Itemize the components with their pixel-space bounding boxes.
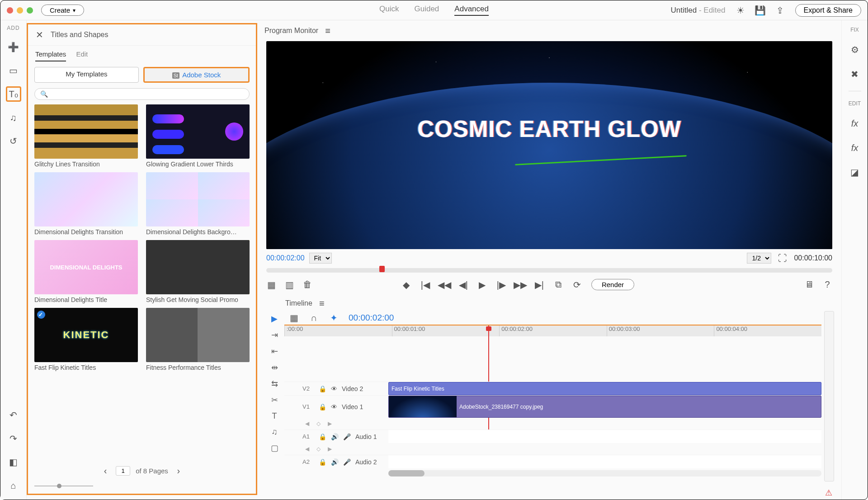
close-panel-icon[interactable]: ✕ — [34, 30, 44, 40]
render-button[interactable]: Render — [591, 279, 634, 290]
search-input[interactable] — [34, 88, 250, 100]
eye-icon[interactable]: 👁 — [331, 403, 337, 410]
add-keyframe-icon[interactable]: ◇ — [316, 420, 321, 427]
program-monitor-canvas[interactable]: COSMIC EARTH GLOW — [266, 41, 832, 249]
export-share-button[interactable]: Export & Share — [795, 4, 862, 17]
audio-tool-icon[interactable]: ♫ — [271, 427, 278, 437]
redo-icon[interactable]: ↷ — [6, 431, 21, 446]
safe-margins-icon[interactable]: ⛶ — [778, 253, 788, 263]
lock-icon[interactable]: 🔒 — [319, 458, 326, 466]
lock-icon[interactable]: 🔒 — [319, 385, 326, 392]
minimize-window-icon[interactable] — [17, 7, 23, 14]
rect-tool-icon[interactable]: ▢ — [271, 443, 278, 453]
capture-frame-icon[interactable]: ⧉ — [553, 280, 563, 290]
scrub-playhead-icon[interactable] — [379, 266, 385, 272]
template-card[interactable]: Glitchy Lines Transition — [34, 104, 138, 168]
snap-icon[interactable]: ▦ — [289, 313, 299, 323]
rewind-icon[interactable]: ◀◀ — [439, 280, 449, 290]
color-icon[interactable]: ◪ — [847, 165, 863, 180]
delete-icon[interactable]: 🗑 — [302, 280, 312, 290]
brightness-icon[interactable]: ☀ — [736, 5, 745, 15]
timeline-clip[interactable]: AdobeStock_238169477 copy.jpeg — [388, 396, 821, 418]
track-select-back-icon[interactable]: ⇤ — [271, 346, 278, 356]
type-tool-icon[interactable]: T — [272, 411, 277, 421]
warning-icon[interactable]: ⚠ — [825, 488, 832, 497]
step-fwd-icon[interactable]: |▶ — [496, 280, 506, 290]
insert-icon[interactable]: ▦ — [266, 280, 276, 290]
track-select-fwd-icon[interactable]: ⇥ — [271, 330, 278, 340]
eye-icon[interactable]: 👁 — [331, 385, 337, 392]
loop-icon[interactable]: ⟳ — [572, 280, 582, 290]
template-card[interactable]: Fitness Performance Titles — [146, 308, 250, 371]
go-end-icon[interactable]: ▶| — [534, 280, 544, 290]
next-keyframe-icon[interactable]: ▶ — [328, 446, 332, 452]
step-back-icon[interactable]: ◀| — [458, 280, 468, 290]
project-assets-icon[interactable]: ▭ — [6, 63, 21, 78]
selection-tool-icon[interactable]: ▶ — [271, 314, 278, 324]
template-card[interactable]: Glowing Gradient Lower Thirds — [146, 104, 250, 168]
linked-selection-icon[interactable]: ✦ — [329, 313, 339, 323]
template-card[interactable]: DIMENSIONAL DELIGHTSDimensional Delights… — [34, 240, 138, 303]
tab-edit[interactable]: Edit — [76, 50, 88, 61]
panel-menu-icon[interactable]: ≡ — [317, 298, 327, 308]
prev-keyframe-icon[interactable]: ◀ — [305, 420, 309, 427]
page-input[interactable] — [116, 466, 130, 476]
lock-icon[interactable]: 🔒 — [319, 403, 326, 410]
subtab-my-templates[interactable]: My Templates — [34, 67, 139, 83]
mode-quick[interactable]: Quick — [379, 5, 399, 16]
page-prev-icon[interactable]: ‹ — [100, 466, 110, 476]
timeline-hscroll[interactable] — [388, 470, 821, 476]
speaker-icon[interactable]: 🔊 — [331, 458, 339, 466]
overwrite-icon[interactable]: ▥ — [284, 280, 294, 290]
page-next-icon[interactable]: › — [174, 466, 184, 476]
titles-shapes-icon[interactable]: T₀ — [6, 86, 21, 102]
next-keyframe-icon[interactable]: ▶ — [328, 420, 332, 427]
timeline-timecode[interactable]: 00:00:02:00 — [349, 313, 394, 323]
template-card[interactable]: Dimensional Delights Backgro… — [146, 172, 250, 236]
mic-icon[interactable]: 🎤 — [343, 458, 351, 466]
fullscreen-window-icon[interactable] — [27, 7, 33, 14]
template-card[interactable]: Stylish Get Moving Social Promo — [146, 240, 250, 303]
play-icon[interactable]: ▶ — [477, 280, 487, 290]
subtab-adobe-stock[interactable]: StAdobe Stock — [143, 67, 250, 83]
share-icon[interactable]: ⇪ — [775, 5, 785, 15]
go-start-icon[interactable]: |◀ — [420, 280, 430, 290]
lock-icon[interactable]: 🔒 — [319, 433, 326, 440]
add-media-icon[interactable]: ➕ — [6, 39, 21, 55]
tab-templates[interactable]: Templates — [35, 50, 66, 61]
create-button[interactable]: Create ▾ — [41, 5, 84, 16]
save-icon[interactable]: 💾 — [755, 5, 765, 15]
history-icon[interactable]: ↺ — [6, 133, 21, 149]
magnet-icon[interactable]: ∩ — [309, 313, 319, 323]
mark-in-icon[interactable]: ◆ — [401, 280, 411, 290]
prev-keyframe-icon[interactable]: ◀ — [305, 446, 309, 452]
output-icon[interactable]: 🖥 — [804, 280, 814, 290]
fastfwd-icon[interactable]: ▶▶ — [515, 280, 525, 290]
rolling-edit-icon[interactable]: ⇆ — [271, 379, 278, 389]
home-icon[interactable]: ⌂ — [6, 478, 21, 493]
mode-advanced[interactable]: Advanced — [454, 5, 489, 16]
panel-menu-icon[interactable]: ≡ — [323, 26, 333, 36]
help-icon[interactable]: ? — [822, 280, 832, 290]
undo-icon[interactable]: ↶ — [6, 407, 21, 423]
template-card[interactable]: ✓KINETICFast Flip Kinetic Titles — [34, 308, 138, 371]
timeline-clip[interactable]: Fast Flip Kinetic Titles — [388, 382, 821, 395]
thumb-zoom-slider[interactable] — [34, 486, 93, 486]
speaker-icon[interactable]: 🔊 — [331, 433, 339, 440]
timeline-vzoom[interactable] — [824, 311, 834, 481]
adjustments-icon[interactable]: ⚙ — [847, 42, 863, 57]
current-timecode[interactable]: 00:00:02:00 — [266, 254, 305, 262]
program-scrubber[interactable] — [266, 268, 832, 273]
audio-icon[interactable]: ♫ — [6, 110, 21, 125]
razor-tool-icon[interactable]: ✂ — [271, 395, 278, 405]
window-traffic-lights[interactable] — [7, 7, 33, 14]
transitions-icon[interactable]: fx — [847, 140, 863, 156]
template-card[interactable]: Dimensional Delights Transition — [34, 172, 138, 236]
zoom-select[interactable]: 1/2 — [747, 253, 771, 264]
tools-fix-icon[interactable]: ✖ — [847, 66, 863, 82]
mode-guided[interactable]: Guided — [415, 5, 439, 16]
close-window-icon[interactable] — [7, 7, 13, 14]
organizer-icon[interactable]: ◧ — [6, 454, 21, 470]
fit-select[interactable]: Fit — [309, 253, 332, 264]
ripple-edit-icon[interactable]: ⇹ — [271, 363, 278, 373]
